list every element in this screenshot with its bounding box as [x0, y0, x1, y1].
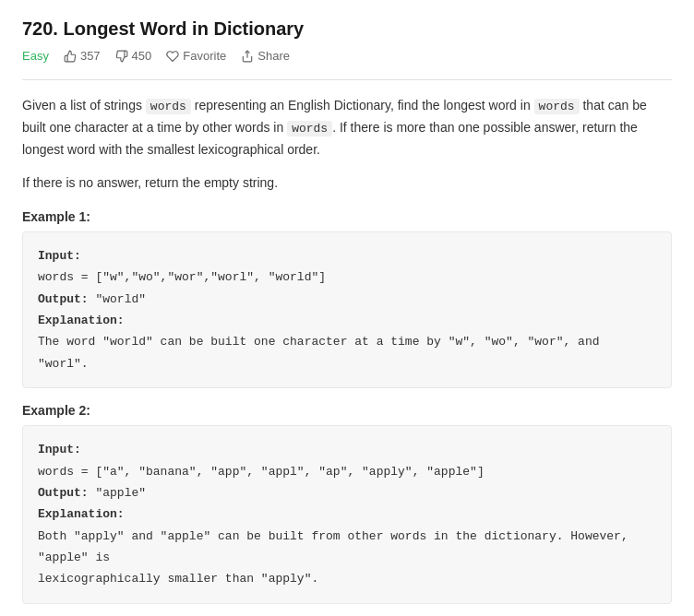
header-divider	[22, 79, 672, 80]
upvote-count: 357	[80, 49, 101, 63]
favorite-label: Favorite	[183, 49, 226, 63]
example1-input-label: Input:	[38, 245, 656, 267]
share-label: Share	[257, 49, 290, 63]
example2-explanation-label: Explanation:	[38, 503, 656, 525]
example1-output: Output: "world"	[38, 289, 656, 310]
example2-explanation-line2: lexicographically smaller than "apply".	[38, 568, 656, 589]
words-code-2: words	[534, 99, 580, 114]
example2-title: Example 2:	[22, 403, 672, 418]
example1-input-code: words = ["w","wo","wor","worl", "world"]	[38, 267, 656, 288]
example1-explanation-label: Explanation:	[38, 310, 656, 331]
heart-icon	[166, 50, 179, 63]
difficulty-badge: Easy	[22, 49, 49, 63]
thumbs-down-icon	[115, 50, 128, 63]
words-code-3: words	[287, 121, 332, 136]
empty-string-note: If there is no answer, return the empty …	[22, 172, 672, 195]
example1-title: Example 1:	[22, 209, 672, 224]
example2-output: Output: "apple"	[38, 482, 656, 503]
meta-bar: Easy 357 450 Favorite Share	[22, 49, 672, 63]
example2-explanation-line1: Both "apply" and "apple" can be built fr…	[38, 526, 656, 569]
example2-input-label: Input:	[38, 439, 656, 460]
upvote-item[interactable]: 357	[64, 49, 101, 63]
share-icon	[241, 50, 254, 63]
example1-explanation-text: The word "world" can be built one charac…	[38, 331, 656, 374]
example2-input-code: words = ["a", "banana", "app", "appl", "…	[38, 461, 656, 482]
words-code-1: words	[146, 99, 191, 114]
favorite-item[interactable]: Favorite	[166, 49, 226, 63]
share-item[interactable]: Share	[241, 49, 290, 63]
downvote-item[interactable]: 450	[115, 49, 152, 63]
downvote-count: 450	[132, 49, 152, 63]
example2-block: Input: words = ["a", "banana", "app", "a…	[22, 425, 672, 604]
example1-block: Input: words = ["w","wo","wor","worl", "…	[22, 231, 672, 388]
page-title: 720. Longest Word in Dictionary	[22, 18, 672, 40]
description-text: Given a list of strings words representi…	[22, 95, 672, 161]
thumbs-up-icon	[64, 50, 77, 63]
